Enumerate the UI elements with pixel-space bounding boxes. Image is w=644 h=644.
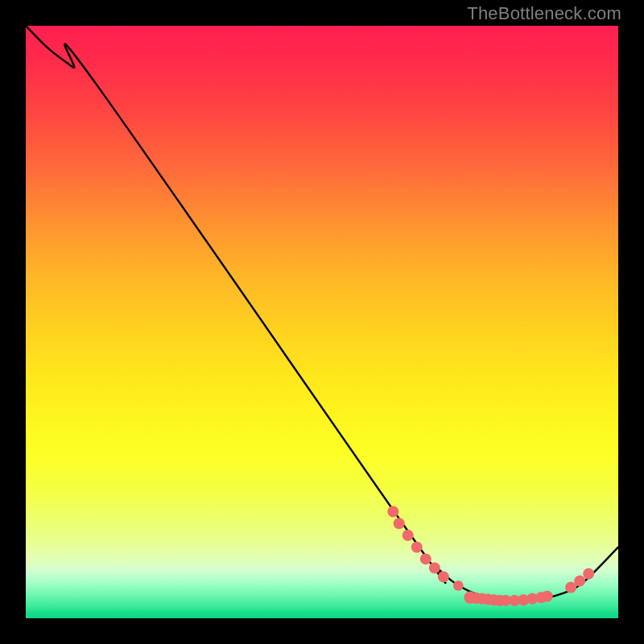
curve-marker <box>438 571 449 582</box>
curve-marker <box>411 542 423 553</box>
chart-frame: TheBottleneck.com <box>0 0 644 644</box>
curve-markers <box>387 506 594 606</box>
bottleneck-curve <box>26 26 618 601</box>
curve-marker <box>453 580 464 591</box>
curve-marker <box>402 530 414 541</box>
plot-area <box>26 26 618 618</box>
watermark-text: TheBottleneck.com <box>467 3 621 24</box>
curve-marker <box>542 591 553 602</box>
curve-marker <box>574 576 585 587</box>
curve-marker <box>394 518 405 529</box>
curve-marker <box>420 553 431 564</box>
curve-layer <box>26 26 618 618</box>
curve-marker <box>387 506 398 518</box>
curve-marker <box>583 568 594 580</box>
curve-marker <box>429 562 440 573</box>
